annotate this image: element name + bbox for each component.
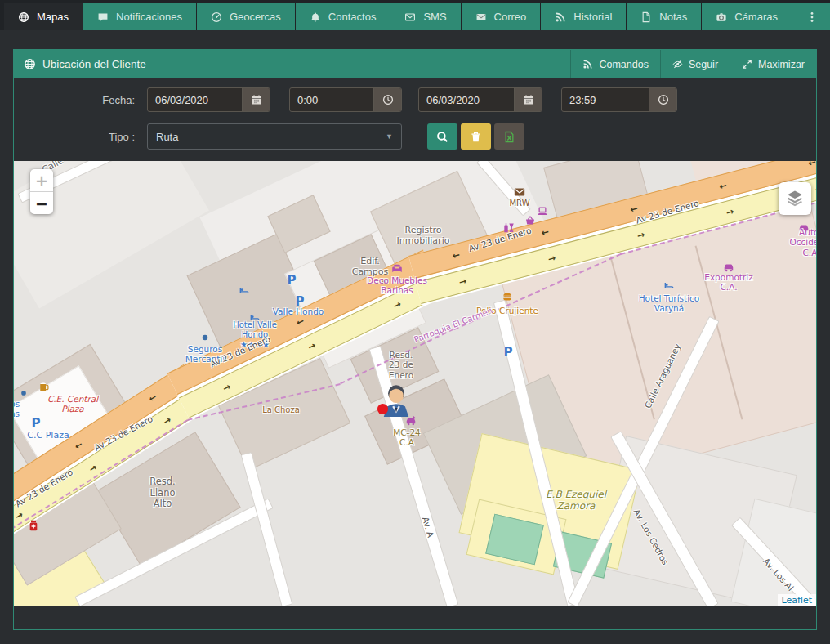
delete-button[interactable] <box>461 123 491 150</box>
lane-arrow-east: → <box>87 462 99 475</box>
beer-icon <box>38 381 50 392</box>
tab-sms[interactable]: SMS <box>390 3 460 30</box>
lane-arrow-west: ← <box>451 249 461 262</box>
leaflet-attribution[interactable]: Leaflet <box>778 594 816 606</box>
tab-label: Geocercas <box>230 11 281 23</box>
seguir-button[interactable]: Seguir <box>660 50 730 78</box>
tab-label: Historial <box>573 11 612 23</box>
gauge-icon <box>211 11 222 23</box>
comment-icon <box>97 11 109 23</box>
comandos-button[interactable]: Comandos <box>570 50 659 78</box>
tab-correo[interactable]: Correo <box>462 3 541 30</box>
laptop-icon <box>537 206 548 217</box>
parkingP-icon: P <box>32 418 44 430</box>
lane-arrow-west: ← <box>72 439 84 452</box>
time-from-input[interactable] <box>290 88 373 111</box>
map-label-deco-muebles: Deco MueblesBarinas <box>367 275 427 296</box>
tab-more-menu[interactable] <box>792 3 830 30</box>
map-zoom-control: + − <box>30 169 53 214</box>
map-label-e-b-ezequiel: E.B EzequielZamora <box>546 489 606 512</box>
panel-title: Ubicación del Cliente <box>24 58 146 70</box>
tab-notificaciones[interactable]: Notificaciones <box>83 3 196 30</box>
calendar-icon[interactable] <box>514 88 542 111</box>
dot-icon <box>202 334 208 341</box>
envelope-o-icon <box>404 11 416 23</box>
search-icon <box>436 131 448 143</box>
expand-icon <box>742 59 752 69</box>
parkingP-icon: P <box>504 347 516 359</box>
time-to-group <box>561 87 677 112</box>
lane-arrow-west: ← <box>146 391 158 405</box>
zoom-out-button[interactable]: − <box>30 192 53 214</box>
tipo-label: Tipo : <box>47 131 135 143</box>
lane-arrow-east: → <box>636 229 645 241</box>
lane-arrow-east: → <box>161 414 173 427</box>
envelope-icon <box>475 11 487 23</box>
zoom-in-button[interactable]: + <box>30 169 53 192</box>
action-label: Comandos <box>599 59 648 70</box>
basket-icon <box>525 216 536 226</box>
date-from-input[interactable] <box>148 88 242 111</box>
tab-historial[interactable]: Historial <box>541 3 626 30</box>
lane-arrow-east: → <box>725 206 734 218</box>
tipo-select[interactable]: Ruta ▼ <box>147 123 402 150</box>
globe-icon <box>24 58 36 70</box>
fecha-label: Fecha: <box>47 94 135 106</box>
export-excel-button[interactable] <box>494 123 524 150</box>
map-label-mc-24: MC-24C.A <box>393 427 421 448</box>
sofa-icon <box>391 262 403 274</box>
panel-title-text: Ubicación del Cliente <box>42 58 146 70</box>
tab-contactos[interactable]: Contactos <box>296 3 390 30</box>
lane-arrow-east: → <box>221 381 232 394</box>
lane-arrow-west: ← <box>807 161 816 169</box>
map-label-expomotriz: ExpomotrizC.A. <box>704 272 752 293</box>
tab-notas[interactable]: Notas <box>627 3 701 30</box>
map-label-la-choza: La Choza <box>262 405 300 415</box>
tab-label: Contactos <box>328 11 377 23</box>
lane-arrow-west: ← <box>629 203 639 216</box>
camera-icon <box>716 11 727 23</box>
clock-icon[interactable] <box>373 88 401 111</box>
tab-label: Correo <box>494 11 527 23</box>
excel-icon <box>503 131 515 143</box>
globe-icon <box>18 11 29 23</box>
layers-icon <box>785 189 805 208</box>
eye-slash-icon <box>672 59 683 69</box>
search-button[interactable] <box>427 123 457 150</box>
date-from-group <box>147 87 270 112</box>
map-label-seguros: SegurosCaracas <box>14 399 20 419</box>
lane-arrow-east: → <box>547 252 556 264</box>
lane-arrow-west: ← <box>295 315 306 329</box>
tab-camaras[interactable]: Cámaras <box>702 3 792 30</box>
maximizar-button[interactable]: Maximizar <box>730 50 816 78</box>
route-point-marker[interactable] <box>377 403 389 415</box>
lane-arrow-east: → <box>814 182 816 195</box>
car-repair-icon <box>405 415 417 427</box>
envelope-poi-icon <box>514 186 526 199</box>
map-label-c-c-plaza: C.C Plaza <box>27 431 69 441</box>
layers-control[interactable] <box>779 182 811 215</box>
ellipsis-v-icon <box>806 11 818 23</box>
date-row: Fecha: <box>14 87 816 112</box>
map[interactable]: + − Leaflet ←←←→→→←←←→→→←←←←←→→→→→CalleR… <box>14 161 816 606</box>
tipo-select-value: Ruta <box>156 131 178 143</box>
date-to-input[interactable] <box>419 88 514 111</box>
action-label: Maximizar <box>758 59 805 70</box>
client-location-panel: Ubicación del Cliente ComandosSeguirMaxi… <box>13 49 817 630</box>
tab-geocercas[interactable]: Geocercas <box>197 3 295 30</box>
map-label-resd: Resd.LlanoAlto <box>149 476 176 510</box>
action-label: Seguir <box>689 59 718 70</box>
bell-icon <box>310 11 321 23</box>
tab-mapas[interactable]: Mapas <box>4 3 83 30</box>
parkingP-icon: P <box>288 275 300 287</box>
lane-arrow-east: → <box>391 298 403 311</box>
burger-icon <box>502 292 513 302</box>
lane-arrow-east: → <box>457 275 467 288</box>
rss-icon <box>555 11 566 23</box>
time-to-input[interactable] <box>562 88 649 111</box>
tab-label: SMS <box>423 11 446 23</box>
lane-arrow-east: → <box>306 340 318 353</box>
panel-actions: ComandosSeguirMaximizar <box>570 50 816 78</box>
clock-icon[interactable] <box>649 88 676 111</box>
calendar-icon[interactable] <box>242 88 270 111</box>
